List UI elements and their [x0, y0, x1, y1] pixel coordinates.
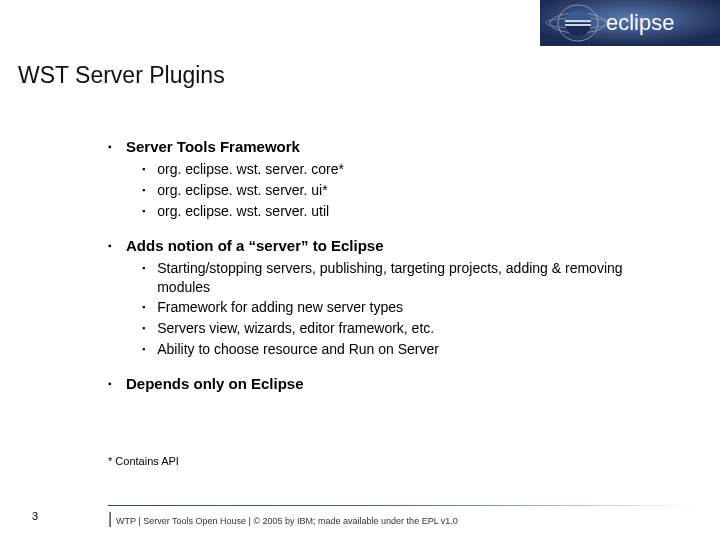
- footer: 3 | WTP | Server Tools Open House | © 20…: [0, 498, 720, 528]
- bullet-label: Depends only on Eclipse: [126, 375, 304, 392]
- slide: eclipse WST Server Plugins Server Tools …: [0, 0, 720, 540]
- slide-title: WST Server Plugins: [18, 62, 225, 89]
- logo-text: eclipse: [606, 10, 674, 35]
- bullet-label: Server Tools Framework: [126, 138, 300, 155]
- footnote: * Contains API: [108, 455, 179, 467]
- list-item: Depends only on Eclipse: [108, 375, 678, 393]
- list-item: org. eclipse. wst. server. util: [142, 202, 678, 221]
- footer-divider: [108, 505, 698, 506]
- page-number: 3: [32, 510, 38, 522]
- bullet-list-level2: Starting/stopping servers, publishing, t…: [142, 259, 678, 359]
- eclipse-logo: eclipse: [540, 0, 720, 46]
- bullet-label: Adds notion of a “server” to Eclipse: [126, 237, 384, 254]
- list-item: org. eclipse. wst. server. ui*: [142, 181, 678, 200]
- bullet-list-level2: org. eclipse. wst. server. core* org. ec…: [142, 160, 678, 221]
- list-item: Servers view, wizards, editor framework,…: [142, 319, 678, 338]
- list-item: Server Tools Framework org. eclipse. wst…: [108, 138, 678, 221]
- list-item: org. eclipse. wst. server. core*: [142, 160, 678, 179]
- footer-text: WTP | Server Tools Open House | © 2005 b…: [116, 516, 458, 526]
- bullet-list-level1: Server Tools Framework org. eclipse. wst…: [108, 138, 678, 393]
- svg-rect-6: [565, 24, 591, 26]
- svg-rect-5: [565, 20, 591, 22]
- list-item: Framework for adding new server types: [142, 298, 678, 317]
- list-item: Adds notion of a “server” to Eclipse Sta…: [108, 237, 678, 359]
- slide-content: Server Tools Framework org. eclipse. wst…: [108, 138, 678, 409]
- list-item: Starting/stopping servers, publishing, t…: [142, 259, 678, 297]
- list-item: Ability to choose resource and Run on Se…: [142, 340, 678, 359]
- footer-separator: |: [108, 510, 112, 528]
